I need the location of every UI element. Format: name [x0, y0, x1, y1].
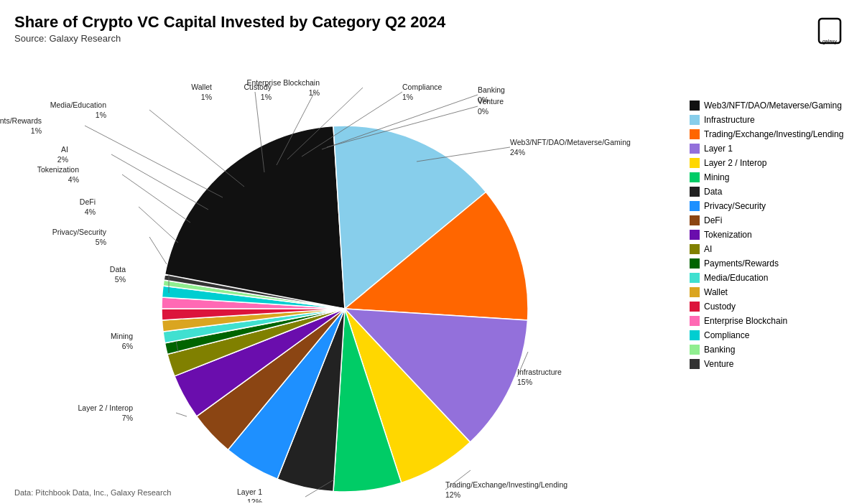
- segment-label: Web3/NFT/DAO/Metaverse/Gaming: [510, 138, 631, 146]
- label-line: [85, 126, 223, 197]
- svg-text:galaxy: galaxy: [822, 39, 838, 45]
- legend-swatch: [690, 230, 700, 240]
- legend-item: Layer 2 / Interop: [690, 158, 855, 168]
- legend-item: Wallet: [690, 287, 855, 297]
- segment-label: Media/Education: [50, 101, 106, 109]
- legend-label: Enterprise Blockchain: [704, 316, 787, 326]
- legend-item: Payments/Rewards: [690, 258, 855, 269]
- legend-swatch: [690, 273, 700, 283]
- legend-swatch: [690, 330, 700, 340]
- legend-label: AI: [704, 244, 712, 254]
- galaxy-logo: galaxy: [812, 13, 848, 49]
- legend-label: Trading/Exchange/Investing/Lending: [704, 129, 843, 139]
- page-title: Share of Crypto VC Capital Invested by C…: [14, 13, 445, 32]
- legend-swatch: [690, 316, 700, 326]
- chart-area: Web3/NFT/DAO/Metaverse/Gaming24%Infrastr…: [0, 43, 661, 495]
- legend-label: Banking: [704, 345, 735, 355]
- legend-item: Layer 1: [690, 144, 855, 154]
- segment-label: Wallet: [191, 83, 212, 91]
- label-line: [139, 207, 178, 243]
- legend-swatch: [690, 172, 700, 182]
- legend-item: Banking: [690, 345, 855, 355]
- label-line: [176, 413, 187, 416]
- segment-label: Tokenization: [37, 165, 80, 174]
- legend-swatch: [690, 144, 700, 154]
- legend-swatch: [690, 115, 700, 125]
- legend-item: Privacy/Security: [690, 201, 855, 211]
- segment-pct: 24%: [510, 148, 525, 157]
- footer-label: Data: Pitchbook Data, Inc., Galaxy Resea…: [14, 488, 171, 497]
- legend-swatch: [690, 129, 700, 139]
- legend-label: Layer 1: [704, 144, 733, 154]
- legend-swatch: [690, 345, 700, 355]
- label-line: [149, 237, 167, 264]
- legend-item: Custody: [690, 302, 855, 312]
- segment-pct: 1%: [96, 111, 106, 119]
- legend-label: DeFi: [704, 215, 722, 225]
- segment-label: Privacy/Security: [52, 228, 107, 236]
- legend-label: Mining: [704, 172, 729, 182]
- legend-swatch: [690, 302, 700, 312]
- legend-item: DeFi: [690, 215, 855, 225]
- legend-item: Compliance: [690, 330, 855, 340]
- legend-swatch: [690, 258, 700, 269]
- segment-label: Banking: [478, 85, 505, 94]
- segment-label: Compliance: [402, 83, 442, 91]
- source-label: Source: Galaxy Research: [14, 33, 445, 44]
- legend-item: AI: [690, 244, 855, 254]
- legend-swatch: [690, 101, 700, 111]
- segment-pct: 1%: [261, 93, 272, 101]
- segment-pct: 1%: [309, 88, 320, 97]
- segment-pct: 2%: [57, 155, 68, 164]
- segment-pct: 5%: [115, 275, 126, 284]
- legend-swatch: [690, 287, 700, 297]
- legend-swatch: [690, 201, 700, 211]
- legend-item: Data: [690, 187, 855, 197]
- segment-label: Mining: [111, 332, 133, 340]
- legend-item: Enterprise Blockchain: [690, 316, 855, 326]
- pie-chart: Web3/NFT/DAO/Metaverse/Gaming24%Infrastr…: [0, 43, 661, 503]
- segment-label: Layer 2 / Interop: [78, 403, 134, 412]
- segment-pct: 4%: [85, 207, 96, 216]
- segment-label: Data: [110, 265, 126, 274]
- legend-item: Web3/NFT/DAO/Metaverse/Gaming: [690, 101, 855, 111]
- legend-item: Infrastructure: [690, 115, 855, 125]
- legend-area: Web3/NFT/DAO/Metaverse/GamingInfrastruct…: [690, 101, 855, 373]
- segment-label: Infrastructure: [517, 368, 562, 376]
- legend-swatch: [690, 187, 700, 197]
- segment-pct: 1%: [201, 93, 212, 101]
- legend-label: Venture: [704, 359, 733, 369]
- legend-label: Web3/NFT/DAO/Metaverse/Gaming: [704, 101, 842, 111]
- legend-swatch: [690, 215, 700, 225]
- segment-label: Payments/Rewards: [0, 116, 42, 125]
- legend-label: Media/Education: [704, 273, 768, 283]
- legend-label: Privacy/Security: [704, 201, 766, 211]
- segment-label: Enterprise Blockchain: [246, 78, 320, 87]
- segment-pct: 12%: [247, 498, 262, 503]
- legend-item: Tokenization: [690, 230, 855, 240]
- segment-pct: 15%: [517, 378, 532, 386]
- legend-item: Venture: [690, 359, 855, 369]
- legend-label: Tokenization: [704, 230, 752, 240]
- segment-pct: 6%: [122, 342, 133, 350]
- segment-pct: 4%: [68, 175, 79, 184]
- segment-pct: 1%: [31, 126, 42, 135]
- label-line: [122, 174, 190, 223]
- segment-label: DeFi: [80, 197, 96, 206]
- segment-label: Trading/Exchange/Investing/Lending: [445, 480, 567, 489]
- legend-label: Infrastructure: [704, 115, 755, 125]
- legend-swatch: [690, 158, 700, 168]
- segment-pct: 5%: [96, 238, 106, 246]
- segment-label: AI: [61, 145, 68, 154]
- legend-item: Media/Education: [690, 273, 855, 283]
- segment-pct: 0%: [478, 107, 488, 116]
- legend-item: Mining: [690, 172, 855, 182]
- segment-pct: 12%: [445, 490, 460, 499]
- legend-label: Wallet: [704, 287, 728, 297]
- segment-pct: 1%: [402, 93, 413, 101]
- label-line: [149, 110, 244, 187]
- legend-label: Compliance: [704, 330, 749, 340]
- legend-item: Trading/Exchange/Investing/Lending: [690, 129, 855, 139]
- legend-label: Layer 2 / Interop: [704, 158, 766, 168]
- legend-label: Payments/Rewards: [704, 258, 779, 269]
